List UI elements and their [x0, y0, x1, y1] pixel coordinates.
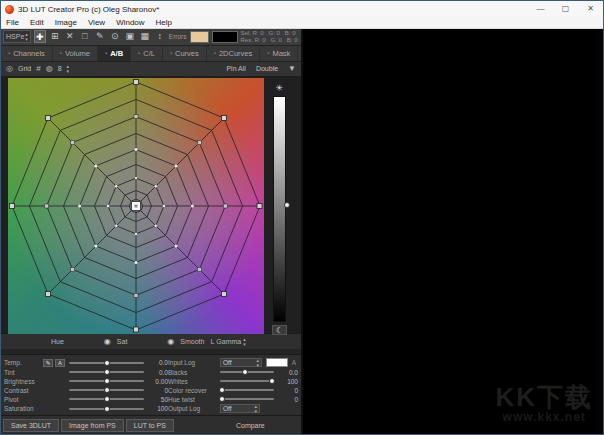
- sat-reset-icon[interactable]: ◉: [167, 337, 174, 346]
- menu-help[interactable]: Help: [156, 18, 172, 27]
- temp-slider[interactable]: [69, 362, 144, 364]
- errors-icon[interactable]: ↕: [154, 30, 166, 43]
- pin-all-button[interactable]: Pin All: [226, 65, 245, 72]
- whites-label: Whites: [168, 378, 216, 385]
- save-3dlut-button[interactable]: Save 3DLUT: [3, 419, 59, 432]
- input-log-auto-button[interactable]: A: [290, 359, 298, 366]
- grid-tool-icon[interactable]: ▦: [139, 30, 151, 43]
- blacks-slider-row: Blacks 0.0: [168, 368, 298, 377]
- grid-subdivisions-value[interactable]: 8: [58, 65, 62, 72]
- sat-label[interactable]: Sat: [117, 338, 128, 345]
- minimize-button[interactable]: —: [528, 1, 553, 17]
- input-log-label: Input Log: [168, 359, 216, 366]
- tab-bullet-icon: ▪: [138, 50, 140, 56]
- smooth-button[interactable]: Smooth: [180, 338, 204, 345]
- target-icon[interactable]: ◎: [6, 64, 13, 73]
- menu-window[interactable]: Window: [116, 18, 144, 27]
- moon-icon[interactable]: ☾: [272, 325, 287, 335]
- tab-ab[interactable]: ▪A/B: [98, 46, 131, 61]
- blacks-value: 0.0: [278, 369, 298, 376]
- image-preview-area[interactable]: KK下载 www.kkx.net: [303, 29, 603, 434]
- color-recover-slider[interactable]: [220, 389, 274, 391]
- close-button[interactable]: ✕: [578, 1, 603, 17]
- tint-slider-row: Tint 0.0: [4, 368, 168, 377]
- color-web-grid[interactable]: [8, 78, 264, 334]
- saturation-label: Saturation: [4, 405, 65, 412]
- output-log-spinner-icon[interactable]: ▴▾: [254, 404, 257, 414]
- zoom-tool-icon[interactable]: ⊙: [109, 30, 121, 43]
- whites-value: 100: [278, 378, 298, 385]
- menu-image[interactable]: Image: [55, 18, 77, 27]
- temp-auto-button[interactable]: A: [55, 359, 65, 367]
- picker-tool-icon[interactable]: ✎: [94, 30, 106, 43]
- tab-cl[interactable]: ▪C/L: [131, 46, 163, 61]
- gamma-spinner-icon[interactable]: ▴▾: [243, 337, 246, 347]
- crop-tool-icon[interactable]: ▣: [124, 30, 136, 43]
- whites-slider-row: Whites 100: [168, 377, 298, 386]
- tint-slider[interactable]: [69, 371, 144, 373]
- tab-channels[interactable]: ▪Channels: [1, 46, 53, 61]
- menu-edit[interactable]: Edit: [30, 18, 44, 27]
- luminance-gradient-bar[interactable]: [273, 96, 286, 322]
- tab-bullet-icon: ▪: [214, 50, 216, 56]
- luminance-gutter: ☀ ☾: [264, 77, 301, 334]
- tab-curves[interactable]: ▪Curves: [163, 46, 207, 61]
- spinner-icon[interactable]: ▴▾: [25, 32, 28, 42]
- output-log-select[interactable]: Off ▴▾: [220, 404, 260, 413]
- contrast-slider-row: Contrast 0: [4, 386, 168, 395]
- contrast-slider[interactable]: [69, 389, 144, 391]
- menu-file[interactable]: File: [6, 18, 19, 27]
- tab-volume[interactable]: ▪Volume: [53, 46, 98, 61]
- result-color-swatch[interactable]: [212, 31, 238, 43]
- errors-label[interactable]: Errors: [169, 33, 187, 40]
- transform-tool-icon[interactable]: ⊞: [49, 30, 61, 43]
- input-log-select[interactable]: Off ▴▾: [220, 358, 262, 367]
- ab-color-field[interactable]: [8, 78, 264, 334]
- dropdown-arrow-icon[interactable]: ▼: [288, 64, 296, 73]
- blacks-label: Blacks: [168, 369, 216, 376]
- lut-to-ps-button[interactable]: LUT to PS: [126, 419, 174, 432]
- tab-bar: ▪Channels ▪Volume ▪A/B ▪C/L ▪Curves ▪2DC…: [1, 46, 301, 62]
- whites-slider[interactable]: [220, 380, 274, 382]
- tab-bullet-icon: ▪: [267, 50, 269, 56]
- grid-label[interactable]: Grid: [18, 65, 31, 72]
- input-log-row: Input Log Off ▴▾ A: [168, 358, 298, 367]
- color-recover-value: 0: [278, 387, 298, 394]
- input-log-swatch[interactable]: [266, 358, 288, 367]
- app-icon: [5, 5, 14, 14]
- subdiv-spinner-icon[interactable]: ▴▾: [67, 64, 70, 74]
- center-handle: [132, 201, 141, 210]
- image-from-ps-button[interactable]: Image from PS: [61, 419, 124, 432]
- input-log-spinner-icon[interactable]: ▴▾: [256, 358, 259, 368]
- temp-eyedropper-icon[interactable]: ✎: [43, 359, 53, 367]
- rect-tool-icon[interactable]: □: [79, 30, 91, 43]
- pivot-slider[interactable]: [69, 398, 144, 400]
- brightness-slider-row: Brightness 0.00: [4, 377, 168, 386]
- grid-mode-select[interactable]: Double: [256, 65, 278, 72]
- pivot-value: 50: [148, 396, 168, 403]
- saturation-slider[interactable]: [69, 408, 144, 410]
- hue-twist-label: Hue twist: [168, 396, 216, 403]
- color-mode-select[interactable]: HSPe ▴▾: [3, 30, 31, 43]
- move-tool-icon[interactable]: ✚: [34, 30, 46, 43]
- globe-icon[interactable]: ◍: [46, 64, 53, 73]
- blacks-slider[interactable]: [220, 371, 274, 373]
- color-recover-slider-row: Color recover 0: [168, 386, 298, 395]
- hash-grid-icon[interactable]: #: [36, 64, 40, 73]
- brightness-slider[interactable]: [69, 380, 144, 382]
- selected-color-swatch[interactable]: [190, 31, 209, 43]
- maximize-button[interactable]: ▢: [553, 1, 578, 17]
- cut-tool-icon[interactable]: ✕: [64, 30, 76, 43]
- tab-2dcurves[interactable]: ▪2DCurves: [207, 46, 260, 61]
- tab-mask[interactable]: ▪Mask: [260, 46, 298, 61]
- hue-reset-icon[interactable]: ◉: [104, 337, 111, 346]
- hue-twist-slider[interactable]: [220, 398, 274, 400]
- luminance-slider-handle[interactable]: [284, 202, 290, 208]
- gamma-select[interactable]: L Gamma ▴▾: [210, 337, 245, 347]
- temp-slider-row: Temp. ✎ A 0.0: [4, 358, 168, 367]
- hue-label[interactable]: Hue: [51, 338, 64, 345]
- color-recover-label: Color recover: [168, 387, 216, 394]
- watermark-url: www.kkx.net: [495, 410, 593, 424]
- menu-view[interactable]: View: [88, 18, 105, 27]
- compare-button[interactable]: Compare: [236, 422, 265, 429]
